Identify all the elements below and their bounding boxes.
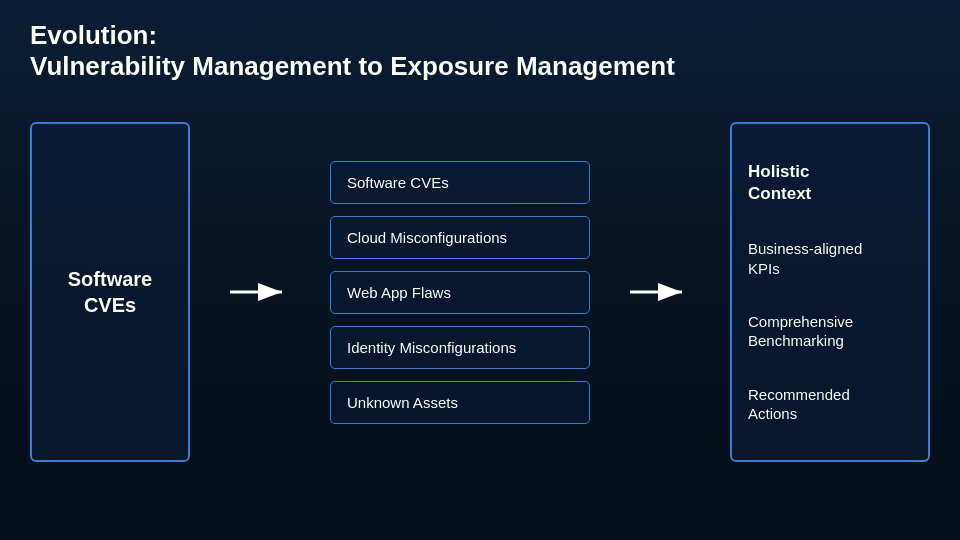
right-column: HolisticContext Business-alignedKPIs Com… — [730, 122, 930, 462]
right-item-recommended-actions: RecommendedActions — [748, 385, 912, 424]
middle-item-cloud-misconfig: Cloud Misconfigurations — [330, 216, 590, 259]
middle-item-identity-misconfig: Identity Misconfigurations — [330, 326, 590, 369]
arrow2-container — [625, 277, 695, 307]
middle-item-software-cves: Software CVEs — [330, 161, 590, 204]
left-box: SoftwareCVEs — [30, 122, 190, 462]
right-item-holistic-context: HolisticContext — [748, 161, 912, 205]
middle-item-unknown-assets: Unknown Assets — [330, 381, 590, 424]
right-item-business-kpis: Business-alignedKPIs — [748, 239, 912, 278]
title-section: Evolution: Vulnerability Management to E… — [30, 20, 930, 82]
middle-column: Software CVEs Cloud Misconfigurations We… — [330, 161, 590, 424]
main-content: Evolution: Vulnerability Management to E… — [0, 0, 960, 540]
diagram: SoftwareCVEs Software CVEs Cloud Misconf… — [30, 102, 930, 482]
right-item-comprehensive-benchmarking: ComprehensiveBenchmarking — [748, 312, 912, 351]
title-line1: Evolution: — [30, 20, 930, 51]
arrow1-icon — [230, 277, 290, 307]
title-line2: Vulnerability Management to Exposure Man… — [30, 51, 930, 82]
arrow1-container — [225, 277, 295, 307]
left-box-label: SoftwareCVEs — [68, 266, 152, 318]
arrow2-icon — [630, 277, 690, 307]
middle-item-web-app-flaws: Web App Flaws — [330, 271, 590, 314]
